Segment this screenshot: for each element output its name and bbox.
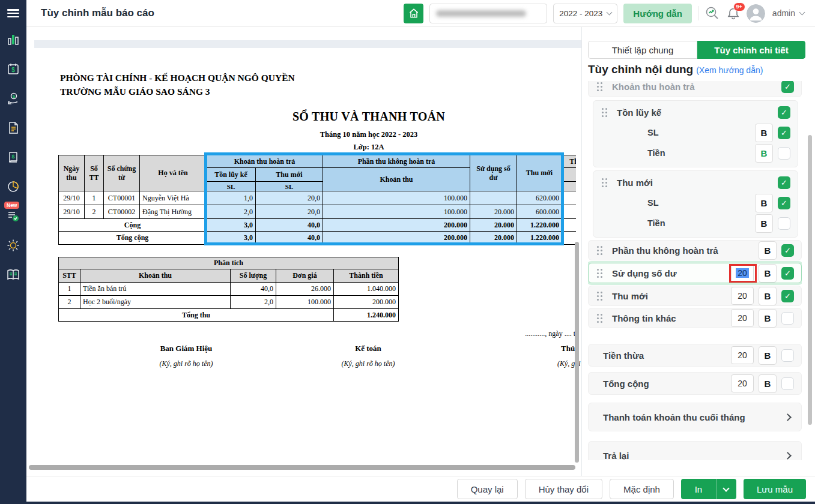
row-tong-cong[interactable]: Tổng cộng 20 B ✓	[588, 372, 802, 395]
row-su-dung-so-du[interactable]: Sử dụng số dư 20 B ✓	[588, 263, 802, 283]
bold-toggle-button-active[interactable]: B	[755, 144, 773, 163]
checkbox-checked[interactable]: ✓	[778, 106, 790, 119]
bold-toggle-button[interactable]: B	[759, 264, 777, 283]
width-input[interactable]: 20	[731, 374, 754, 392]
checkbox-unchecked[interactable]: ✓	[778, 217, 790, 230]
sidebar-item-fee-calendar[interactable]: $	[5, 61, 21, 77]
print-options-button[interactable]	[716, 479, 736, 499]
bold-toggle-button[interactable]: B	[759, 241, 777, 260]
cancel-changes-button[interactable]: Hủy thay đổi	[525, 479, 602, 499]
svg-text:$: $	[11, 67, 15, 73]
card-header-row[interactable]: Tồn lũy kế ✓	[597, 102, 794, 122]
width-input[interactable]: 20	[731, 346, 754, 364]
row-phan-thu-khong-hoan-tra[interactable]: Phần thu không hoàn trả B ✓	[588, 240, 802, 260]
chevron-down-icon	[799, 9, 805, 15]
drag-handle-icon[interactable]	[597, 314, 602, 323]
bold-toggle-button[interactable]: B	[755, 194, 773, 212]
sidebar-item-settings[interactable]	[5, 238, 21, 253]
notifications-button[interactable]: 9+	[726, 6, 741, 21]
org-line2: TRƯỜNG MẪU GIÁO SAO SÁNG 3	[60, 85, 295, 98]
default-button[interactable]: Mặc định	[610, 479, 674, 499]
avatar[interactable]	[747, 4, 765, 23]
checkbox-unchecked[interactable]: ✓	[781, 377, 794, 390]
sidebar-nav: $ $ $	[0, 0, 26, 502]
analysis-header-row: STT Khoản thu Số lượng Đơn giá Thành tiề…	[59, 269, 399, 283]
checkbox-unchecked[interactable]: ✓	[781, 312, 794, 325]
checkbox-checked[interactable]: ✓	[781, 244, 794, 257]
org-header: PHÒNG TÀI CHÍNH - KẾ HOẠCH QUẬN NGÔ QUYỀ…	[60, 71, 295, 98]
sidebar-item-documents[interactable]	[5, 120, 21, 136]
sidebar-item-new-feature[interactable]: New	[5, 208, 21, 224]
card-header-row[interactable]: Thu mới ✓	[597, 172, 794, 193]
checkbox-checked[interactable]: ✓	[781, 81, 794, 93]
col-header-group: Phần thu không hoàn trả	[323, 155, 470, 168]
view-guide-link[interactable]: (Xem hướng dẫn)	[696, 65, 763, 75]
bold-toggle-button[interactable]: B	[755, 124, 773, 142]
pie-chart-icon	[6, 179, 20, 194]
report-subtitle: Tháng 10 năm học 2022 - 2023	[219, 130, 519, 139]
row-thanh-toan-khoan-thu-cuoi-thang[interactable]: Thanh toán khoản thu cuối tháng	[588, 403, 802, 431]
checkbox-unchecked[interactable]: ✓	[781, 349, 794, 362]
vertical-scrollbar[interactable]	[575, 242, 579, 463]
drag-handle-icon[interactable]	[597, 82, 602, 91]
sidebar-item-cash-book[interactable]: $	[5, 149, 21, 165]
sidebar-item-dashboard[interactable]	[5, 32, 21, 47]
analysis-table: Phân tích STT Khoản thu Số lượng Đơn giá…	[58, 257, 399, 322]
checkbox-checked[interactable]: ✓	[778, 127, 790, 139]
checkbox-checked[interactable]: ✓	[778, 197, 790, 209]
drag-handle-icon[interactable]	[602, 108, 607, 117]
tab-detail-customize[interactable]: Tùy chỉnh chi tiết	[697, 41, 805, 59]
search-trend-button[interactable]	[704, 5, 720, 21]
row-thu-moi[interactable]: Thu mới 20 B ✓	[588, 286, 802, 306]
col-header: Họ và tên	[140, 155, 207, 191]
sidebar-item-library[interactable]	[5, 267, 21, 283]
panel-scrollbar[interactable]	[808, 135, 812, 425]
bold-toggle-button[interactable]: B	[755, 214, 773, 233]
card-thu-moi: Thu mới ✓ SL B ✓ Tiền B ✓	[593, 170, 798, 238]
row-tien-thua[interactable]: Tiền thừa 20 B ✓	[588, 344, 802, 367]
drag-handle-icon[interactable]	[597, 269, 602, 278]
analysis-row: 1 Tiền ăn bán trú 40,0 26.000 1.040.000	[59, 283, 399, 296]
hamburger-menu-icon[interactable]	[7, 9, 19, 17]
save-template-button[interactable]: Lưu mẫu	[744, 479, 806, 499]
home-button[interactable]	[404, 4, 423, 23]
report-preview[interactable]: PHÒNG TÀI CHÍNH - KẾ HOẠCH QUẬN NGÔ QUYỀ…	[26, 27, 581, 476]
bold-toggle-button[interactable]: B	[759, 309, 777, 328]
sidebar-item-receipts[interactable]: $	[5, 91, 21, 106]
chevron-right-icon	[784, 413, 792, 421]
user-menu[interactable]: admin	[771, 4, 805, 23]
horizontal-scrollbar[interactable]	[29, 465, 575, 470]
bold-toggle-button[interactable]: B	[759, 374, 777, 393]
checkbox-checked[interactable]: ✓	[781, 290, 794, 302]
checkbox-checked[interactable]: ✓	[778, 176, 790, 189]
bold-toggle-button[interactable]: B	[759, 346, 777, 365]
sidebar-item-reports[interactable]	[5, 179, 21, 194]
row-khoan-thu-hoan-tra[interactable]: Khoản thu hoàn trả ✓	[588, 81, 802, 97]
checklist-check-icon	[6, 209, 20, 223]
checkbox-checked[interactable]: ✓	[781, 267, 794, 280]
checkbox-unchecked[interactable]: ✓	[778, 147, 790, 160]
print-button[interactable]: In	[681, 479, 716, 499]
subtotal-row: Cộng 3,0 40,0 200.000 20.000 1.220.000	[59, 219, 577, 232]
signature-block: Kế toán (Ký, ghi rõ họ tên)	[320, 344, 416, 368]
drag-handle-icon[interactable]	[597, 292, 602, 301]
width-input-selected[interactable]: 20	[731, 264, 754, 282]
width-input[interactable]: 20	[731, 287, 754, 305]
row-thong-tin-khac[interactable]: Thông tin khác 20 B ✓	[588, 308, 802, 328]
table-row: 29/10 2 CT00002 Đặng Thị Hường 2,0 20,0 …	[59, 205, 577, 219]
row-tra-lai[interactable]: Trả lại	[588, 441, 802, 460]
back-button[interactable]: Quay lại	[457, 479, 518, 499]
drag-handle-icon[interactable]	[597, 246, 602, 255]
drag-handle-icon[interactable]	[602, 178, 607, 187]
panel-heading: Tùy chỉnh nội dung(Xem hướng dẫn)	[588, 63, 763, 76]
school-year-select[interactable]: 2022 - 2023	[553, 4, 617, 23]
tab-general-settings[interactable]: Thiết lập chung	[588, 41, 697, 59]
school-search-input[interactable]	[429, 4, 547, 23]
col-header: Số chứng từ	[104, 155, 140, 191]
guide-button[interactable]: Hướng dẫn	[623, 4, 692, 23]
report-template-customizer: $ $ $	[0, 0, 815, 504]
bold-toggle-button[interactable]: B	[759, 287, 777, 305]
width-input[interactable]: 20	[731, 309, 754, 327]
table-row: 29/10 1 CT00001 Nguyễn Việt Hà 1,0 20,0 …	[59, 191, 577, 205]
sub-row-sl: SL B ✓	[597, 193, 794, 213]
